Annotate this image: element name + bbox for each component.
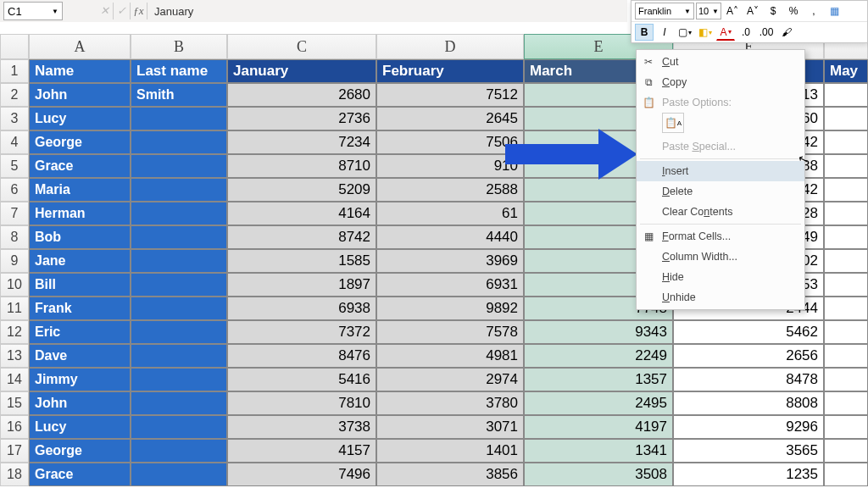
- cell-may[interactable]: [824, 297, 868, 320]
- column-header-b[interactable]: B: [131, 34, 227, 59]
- row-header[interactable]: 14: [0, 368, 29, 391]
- name-box[interactable]: C1 ▼: [3, 2, 63, 20]
- cell-may[interactable]: [824, 415, 868, 439]
- cell-jan[interactable]: 5209: [227, 178, 376, 202]
- cell-last[interactable]: [131, 107, 227, 130]
- cell-feb[interactable]: 2588: [376, 178, 524, 202]
- cell-may[interactable]: [824, 273, 868, 297]
- row-header[interactable]: 4: [0, 130, 29, 154]
- cell-apr[interactable]: 2656: [673, 344, 824, 368]
- cell-name[interactable]: Lucy: [29, 415, 131, 439]
- currency-button[interactable]: $: [764, 3, 782, 19]
- cell-feb[interactable]: 7506: [376, 130, 524, 154]
- cell-feb[interactable]: 3780: [376, 391, 524, 415]
- ctx-copy[interactable]: ⧉Copy: [637, 72, 804, 92]
- column-header-c[interactable]: C: [227, 34, 376, 59]
- cell-jan[interactable]: 4157: [227, 439, 376, 463]
- cell-feb[interactable]: 910: [376, 154, 524, 178]
- cell-last[interactable]: [131, 249, 227, 273]
- cell-apr[interactable]: 9296: [673, 415, 824, 439]
- increase-font-button[interactable]: A˄: [723, 3, 742, 19]
- cell-last[interactable]: [131, 297, 227, 320]
- header-jan[interactable]: January: [227, 59, 376, 83]
- cell-may[interactable]: [824, 107, 868, 130]
- cell-name[interactable]: George: [29, 439, 131, 463]
- cell-jan[interactable]: 8476: [227, 344, 376, 368]
- row-header[interactable]: 5: [0, 154, 29, 178]
- cell-feb[interactable]: 3071: [376, 415, 524, 439]
- cell-feb[interactable]: 6931: [376, 273, 524, 297]
- cell-last[interactable]: [131, 344, 227, 368]
- cell-feb[interactable]: 2974: [376, 368, 524, 391]
- cell-last[interactable]: [131, 415, 227, 439]
- italic-button[interactable]: I: [655, 24, 674, 41]
- ctx-hide[interactable]: Hide: [637, 267, 804, 287]
- cell-name[interactable]: John: [29, 391, 131, 415]
- cell-may[interactable]: [824, 344, 868, 368]
- cell-jan[interactable]: 2680: [227, 83, 376, 107]
- cell-name[interactable]: Eric: [29, 320, 131, 344]
- cell-jan[interactable]: 2736: [227, 107, 376, 130]
- row-header[interactable]: 9: [0, 249, 29, 273]
- cell-apr[interactable]: 8808: [673, 391, 824, 415]
- header-last[interactable]: Last name: [131, 59, 227, 83]
- cell-apr[interactable]: 8478: [673, 368, 824, 391]
- cell-may[interactable]: [824, 391, 868, 415]
- cell-apr[interactable]: 5462: [673, 320, 824, 344]
- cell-name[interactable]: Lucy: [29, 107, 131, 130]
- cell-last[interactable]: [131, 439, 227, 463]
- ctx-format-cells[interactable]: ▦Format Cells...: [637, 226, 804, 247]
- cell-jan[interactable]: 7496: [227, 463, 376, 486]
- row-header[interactable]: 18: [0, 463, 29, 486]
- format-painter-icon[interactable]: 🖌: [777, 24, 796, 41]
- header-may[interactable]: May: [824, 59, 868, 83]
- cell-may[interactable]: [824, 249, 868, 273]
- header-feb[interactable]: February: [376, 59, 524, 83]
- row-header[interactable]: 15: [0, 391, 29, 415]
- increase-decimal-icon[interactable]: .00: [757, 24, 776, 41]
- cell-name[interactable]: George: [29, 130, 131, 154]
- cell-name[interactable]: Jimmy: [29, 368, 131, 391]
- cell-may[interactable]: [824, 130, 868, 154]
- bold-button[interactable]: B: [635, 24, 654, 41]
- cell-feb[interactable]: 9892: [376, 297, 524, 320]
- ctx-delete[interactable]: Delete: [637, 181, 804, 202]
- cell-may[interactable]: [824, 202, 868, 225]
- cell-jan[interactable]: 7372: [227, 320, 376, 344]
- decrease-decimal-icon[interactable]: .0: [737, 24, 755, 41]
- row-header[interactable]: 2: [0, 83, 29, 107]
- cell-last[interactable]: [131, 368, 227, 391]
- cell-mar[interactable]: 2495: [524, 391, 673, 415]
- row-header[interactable]: 7: [0, 202, 29, 225]
- cell-last[interactable]: [131, 320, 227, 344]
- fx-icon[interactable]: ƒx: [131, 3, 147, 19]
- ctx-unhide[interactable]: Unhide: [637, 287, 804, 308]
- formula-input[interactable]: January: [154, 5, 193, 18]
- cell-last[interactable]: [131, 463, 227, 486]
- row-header[interactable]: 17: [0, 439, 29, 463]
- cell-jan[interactable]: 6938: [227, 297, 376, 320]
- cell-name[interactable]: Bill: [29, 273, 131, 297]
- cell-last[interactable]: [131, 273, 227, 297]
- ctx-column-width[interactable]: Column Width...: [637, 247, 804, 267]
- ctx-insert[interactable]: Insert: [637, 161, 804, 181]
- row-header[interactable]: 6: [0, 178, 29, 202]
- cell-jan[interactable]: 7810: [227, 391, 376, 415]
- cell-feb[interactable]: 61: [376, 202, 524, 225]
- cell-feb[interactable]: 7512: [376, 83, 524, 107]
- cell-mar[interactable]: 9343: [524, 320, 673, 344]
- cell-last[interactable]: Smith: [131, 83, 227, 107]
- enter-icon[interactable]: ✓: [114, 3, 131, 19]
- cell-name[interactable]: Maria: [29, 178, 131, 202]
- cell-may[interactable]: [824, 463, 868, 486]
- cell-mar[interactable]: 1357: [524, 368, 673, 391]
- cell-jan[interactable]: 8742: [227, 225, 376, 249]
- cell-jan[interactable]: 7234: [227, 130, 376, 154]
- cancel-icon[interactable]: ✕: [97, 3, 114, 19]
- cell-last[interactable]: [131, 202, 227, 225]
- cell-mar[interactable]: 4197: [524, 415, 673, 439]
- cell-may[interactable]: [824, 83, 868, 107]
- font-name-select[interactable]: Franklin▼: [635, 3, 694, 19]
- cell-name[interactable]: Bob: [29, 225, 131, 249]
- row-header[interactable]: 1: [0, 59, 29, 83]
